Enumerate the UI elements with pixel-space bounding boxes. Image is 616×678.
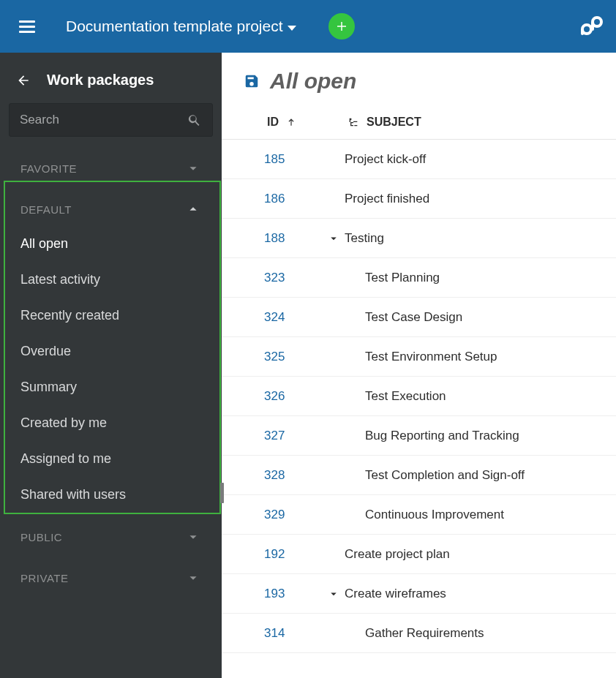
sidebar-item-latest-activity[interactable]: Latest activity (13, 262, 209, 298)
section-public-label: PUBLIC (20, 531, 62, 543)
sidebar-item-all-open[interactable]: All open (13, 226, 209, 262)
main-content: All open ID SUBJECT 185Project kick-off1… (222, 53, 616, 678)
section-public-header[interactable]: PUBLIC (13, 513, 209, 554)
work-package-subject[interactable]: Project finished (345, 192, 616, 206)
work-package-id-link[interactable]: 326 (222, 389, 309, 404)
sidebar-item-shared-with-users[interactable]: Shared with users (13, 477, 209, 513)
section-default-header[interactable]: DEFAULT (13, 185, 209, 226)
chevron-down-icon (185, 160, 201, 176)
column-id-label: ID (267, 116, 279, 129)
work-package-subject[interactable]: Test Execution (345, 389, 616, 404)
work-package-subject[interactable]: Create wireframes (345, 587, 616, 601)
work-package-subject[interactable]: Continuous Improvement (345, 508, 616, 522)
section-favorite-header[interactable]: FAVORITE (13, 144, 209, 185)
table-row[interactable]: 314Gather Requirements (222, 614, 616, 653)
search-icon (187, 113, 202, 127)
sidebar-title: Work packages (47, 72, 154, 88)
table-row[interactable]: 326Test Execution (222, 377, 616, 416)
work-package-subject[interactable]: Gather Requirements (345, 626, 616, 641)
work-package-subject[interactable]: Testing (345, 231, 616, 246)
table-row[interactable]: 193Create wireframes (222, 574, 616, 614)
work-package-id-link[interactable]: 328 (222, 468, 309, 483)
work-package-id-link[interactable]: 314 (222, 626, 309, 641)
section-favorite-label: FAVORITE (20, 162, 77, 175)
menu-toggle-button[interactable] (19, 16, 40, 37)
work-package-id-link[interactable]: 323 (222, 271, 309, 285)
caret-down-icon (288, 26, 296, 31)
work-package-id-link[interactable]: 329 (222, 508, 309, 522)
work-package-id-link[interactable]: 193 (222, 587, 309, 601)
work-package-subject[interactable]: Test Completion and Sign-off (345, 468, 616, 483)
save-icon[interactable] (244, 73, 260, 89)
section-private-label: PRIVATE (20, 572, 68, 584)
work-package-subject[interactable]: Create project plan (345, 547, 616, 562)
search-input[interactable] (20, 113, 187, 127)
sort-asc-icon (286, 116, 296, 128)
table-row[interactable]: 327Bug Reporting and Tracking (222, 416, 616, 456)
topbar: Documentation template project (0, 0, 616, 53)
collapse-toggle-icon[interactable] (327, 587, 340, 600)
collapse-toggle-icon[interactable] (327, 232, 340, 245)
sidebar: Work packages FAVORITE DEFAULT All openL… (0, 53, 222, 678)
work-package-id-link[interactable]: 327 (222, 429, 309, 443)
chevron-up-icon (185, 201, 201, 217)
sidebar-item-created-by-me[interactable]: Created by me (13, 405, 209, 441)
work-package-subject[interactable]: Project kick-off (345, 152, 616, 167)
table-row[interactable]: 329Continuous Improvement (222, 495, 616, 535)
back-arrow-icon[interactable] (16, 73, 31, 88)
hierarchy-icon (348, 116, 359, 128)
work-package-id-link[interactable]: 186 (222, 192, 309, 206)
work-package-id-link[interactable]: 325 (222, 350, 309, 364)
sidebar-item-overdue[interactable]: Overdue (13, 334, 209, 369)
table-row[interactable]: 325Test Environment Setup (222, 337, 616, 377)
sidebar-item-summary[interactable]: Summary (13, 369, 209, 405)
app-logo[interactable] (576, 12, 606, 41)
chevron-down-icon (185, 570, 201, 586)
table-row[interactable]: 188Testing (222, 219, 616, 258)
section-default-label: DEFAULT (20, 203, 72, 216)
table-row[interactable]: 192Create project plan (222, 535, 616, 574)
table-header: ID SUBJECT (222, 116, 616, 140)
work-package-subject[interactable]: Bug Reporting and Tracking (345, 429, 616, 443)
work-package-id-link[interactable]: 324 (222, 310, 309, 325)
sidebar-resize-handle[interactable] (220, 483, 224, 503)
project-selector[interactable]: Documentation template project (66, 18, 296, 35)
sidebar-search[interactable] (9, 103, 213, 137)
create-button[interactable] (328, 13, 355, 39)
table-row[interactable]: 324Test Case Design (222, 298, 616, 337)
column-header-id[interactable]: ID (222, 116, 309, 129)
section-private-header[interactable]: PRIVATE (13, 554, 209, 595)
work-package-subject[interactable]: Test Planning (345, 271, 616, 285)
work-package-subject[interactable]: Test Environment Setup (345, 350, 616, 364)
column-header-subject[interactable]: SUBJECT (309, 116, 421, 129)
table-row[interactable]: 185Project kick-off (222, 140, 616, 179)
table-row[interactable]: 323Test Planning (222, 258, 616, 298)
table-row[interactable]: 328Test Completion and Sign-off (222, 456, 616, 495)
view-title: All open (270, 69, 356, 94)
column-subject-label: SUBJECT (367, 116, 421, 129)
work-package-id-link[interactable]: 188 (222, 231, 309, 246)
sidebar-item-recently-created[interactable]: Recently created (13, 298, 209, 334)
project-title-label: Documentation template project (66, 18, 283, 35)
work-package-subject[interactable]: Test Case Design (345, 310, 616, 325)
plus-icon (335, 20, 348, 33)
work-package-id-link[interactable]: 192 (222, 547, 309, 562)
chevron-down-icon (185, 529, 201, 545)
sidebar-item-assigned-to-me[interactable]: Assigned to me (13, 441, 209, 477)
table-row[interactable]: 186Project finished (222, 179, 616, 219)
work-package-id-link[interactable]: 185 (222, 152, 309, 167)
